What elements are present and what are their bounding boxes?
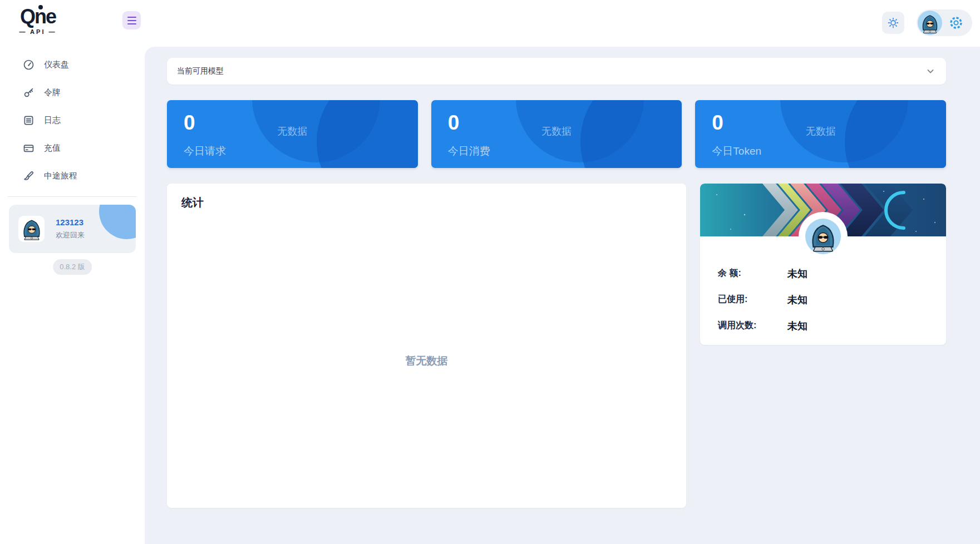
sidebar-item-dashboard[interactable]: 仪表盘 [0, 57, 145, 73]
stat-label: 今日Token [712, 144, 761, 159]
calls-value: 未知 [787, 319, 807, 333]
top-header [145, 0, 980, 47]
greeting-text: 欢迎回来 [56, 230, 85, 240]
gear-icon[interactable] [949, 16, 963, 30]
stat-label: 今日消费 [448, 144, 490, 159]
sidebar-item-label: 令牌 [44, 87, 61, 98]
hacker-avatar [919, 14, 940, 35]
available-models-accordion[interactable]: 当前可用模型 [167, 58, 946, 85]
balance-label: 余 额: [718, 268, 787, 279]
stat-card-tokens: 0 无数据 今日Token [695, 100, 946, 168]
stat-empty-text: 无数据 [806, 125, 836, 138]
used-label: 已使用: [718, 294, 787, 305]
used-value: 未知 [787, 293, 807, 306]
header-actions [882, 9, 972, 36]
calls-row: 调用次数: 未知 [718, 313, 928, 339]
stat-value: 0 [712, 111, 723, 135]
hacker-avatar [807, 223, 839, 254]
sidebar-item-label: 充值 [44, 143, 61, 154]
sidebar: Qne — API — 仪表盘 令牌 日志 [0, 0, 145, 544]
key-icon [23, 87, 35, 98]
card-decor-circle [317, 100, 418, 168]
stat-value: 0 [448, 111, 460, 135]
brand-name: Qne [12, 6, 63, 28]
logs-icon [23, 115, 35, 126]
stat-empty-text: 无数据 [277, 125, 307, 138]
username: 123123 [56, 217, 85, 227]
account-card: 余 额: 未知 已使用: 未知 调用次数: 未知 [700, 184, 946, 345]
sidebar-item-label: 仪表盘 [44, 60, 69, 70]
account-avatar [805, 219, 841, 254]
stat-empty-text: 无数据 [541, 125, 572, 138]
card-decor-circle [845, 100, 946, 168]
gauge-icon [23, 59, 35, 71]
menu-icon [127, 17, 136, 18]
sidebar-user-card[interactable]: 123123 欢迎回来 [9, 205, 136, 253]
version-badge: 0.8.2 版 [53, 259, 92, 275]
sidebar-item-label: 日志 [44, 115, 61, 126]
logo-dot [38, 5, 43, 9]
sun-icon [887, 17, 899, 29]
balance-row: 余 额: 未知 [718, 260, 928, 286]
sidebar-item-label: 中途旅程 [44, 171, 77, 181]
main-content: 当前可用模型 0 无数据 今日请求 0 无数据 今日消费 [145, 47, 980, 544]
statistics-empty-text: 暂无数据 [167, 354, 686, 368]
stat-label: 今日请求 [184, 144, 226, 159]
sidebar-item-logs[interactable]: 日志 [0, 112, 145, 128]
hacker-avatar [20, 219, 43, 242]
user-pill[interactable] [917, 9, 972, 36]
stat-card-requests: 0 无数据 今日请求 [167, 100, 418, 168]
paintbrush-icon [23, 170, 35, 182]
sidebar-menu: 仪表盘 令牌 日志 充值 中途旅程 [0, 57, 145, 184]
sidebar-item-recharge[interactable]: 充值 [0, 140, 145, 156]
app-logo: Qne — API — [12, 6, 63, 35]
statistics-title: 统计 [181, 195, 672, 210]
header-avatar[interactable] [918, 11, 942, 35]
stat-cards-row: 0 无数据 今日请求 0 无数据 今日消费 0 无数据 今日Token [167, 100, 946, 168]
sidebar-toggle-button[interactable] [122, 11, 141, 29]
sidebar-divider [8, 196, 137, 197]
sidebar-item-tokens[interactable]: 令牌 [0, 85, 145, 101]
stat-value: 0 [184, 111, 195, 135]
account-info-rows: 余 额: 未知 已使用: 未知 调用次数: 未知 [700, 260, 946, 339]
theme-toggle-button[interactable] [882, 12, 904, 34]
card-decor-circle [580, 100, 682, 168]
stat-card-consumption: 0 无数据 今日消费 [431, 100, 682, 168]
account-banner [700, 184, 946, 236]
sidebar-item-midjourney[interactable]: 中途旅程 [0, 168, 145, 184]
brand-subtitle: — API — [12, 28, 63, 35]
credit-card-icon [23, 142, 35, 154]
statistics-panel: 统计 暂无数据 [167, 184, 686, 508]
chevron-down-icon [926, 67, 935, 76]
calls-label: 调用次数: [718, 320, 787, 332]
used-row: 已使用: 未知 [718, 286, 928, 313]
models-accordion-label: 当前可用模型 [177, 66, 224, 76]
balance-value: 未知 [787, 267, 807, 280]
user-avatar [18, 216, 45, 242]
